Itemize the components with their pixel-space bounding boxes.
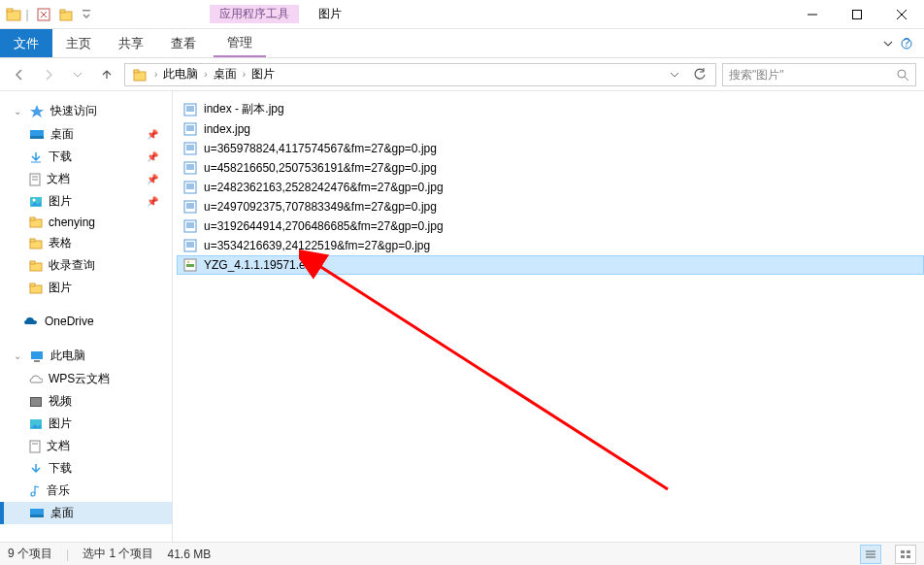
nav-onedrive[interactable]: OneDrive bbox=[0, 311, 172, 332]
chevron-down-icon bbox=[883, 39, 893, 49]
svg-rect-44 bbox=[186, 125, 194, 131]
search-input[interactable] bbox=[729, 68, 890, 82]
nav-this-pc[interactable]: ⌄ 此电脑 bbox=[0, 344, 172, 368]
nav-back-button[interactable] bbox=[8, 63, 31, 86]
nav-item-tables[interactable]: 表格 bbox=[0, 232, 172, 254]
nav-item-pictures3[interactable]: 图片 bbox=[0, 413, 172, 435]
document-icon bbox=[29, 440, 41, 453]
breadcrumb-desktop[interactable]: 桌面 bbox=[210, 66, 241, 83]
chevron-right-icon[interactable]: › bbox=[154, 69, 157, 80]
maximize-button[interactable] bbox=[835, 0, 879, 29]
image-file-icon bbox=[182, 141, 198, 156]
nav-item-desktop2[interactable]: 桌面 bbox=[0, 502, 172, 524]
nav-item-chenying[interactable]: chenying bbox=[0, 213, 172, 232]
file-row[interactable]: u=365978824,4117574567&fm=27&gp=0.jpg bbox=[177, 139, 924, 158]
app-tools-tab[interactable]: 应用程序工具 bbox=[210, 5, 299, 23]
breadcrumb-this-pc[interactable]: 此电脑 bbox=[159, 66, 202, 83]
nav-item-documents2[interactable]: 文档 bbox=[0, 435, 172, 457]
svg-rect-46 bbox=[186, 145, 194, 150]
nav-item-records[interactable]: 收录查询 bbox=[0, 254, 172, 277]
svg-rect-27 bbox=[30, 239, 35, 242]
nav-item-documents[interactable]: 文档📌 bbox=[0, 168, 172, 190]
chevron-right-icon[interactable]: › bbox=[243, 69, 246, 80]
folder-icon bbox=[29, 216, 43, 228]
file-name: u=458216650,2507536191&fm=27&gp=0.jpg bbox=[204, 161, 437, 175]
ribbon-tab-home[interactable]: 主页 bbox=[52, 29, 105, 57]
file-name: u=3534216639,24122519&fm=27&gp=0.jpg bbox=[204, 239, 430, 252]
image-file-icon bbox=[182, 160, 198, 176]
qat-dropdown-icon[interactable] bbox=[80, 4, 93, 25]
address-dropdown-button[interactable] bbox=[663, 63, 686, 86]
file-row[interactable]: index - 副本.jpg bbox=[177, 99, 924, 119]
ribbon-expand[interactable]: ? bbox=[877, 29, 924, 57]
folder-icon bbox=[29, 238, 43, 249]
svg-rect-25 bbox=[30, 217, 35, 220]
icons-view-button[interactable] bbox=[895, 545, 916, 564]
svg-rect-54 bbox=[186, 222, 194, 228]
pictures-icon bbox=[29, 196, 43, 208]
help-icon[interactable]: ? bbox=[901, 38, 912, 50]
svg-rect-64 bbox=[901, 550, 905, 553]
svg-rect-40 bbox=[30, 515, 44, 517]
ribbon-tab-share[interactable]: 共享 bbox=[105, 29, 157, 57]
status-size: 41.6 MB bbox=[167, 548, 211, 561]
video-icon bbox=[29, 396, 43, 408]
ribbon-tab-view[interactable]: 查看 bbox=[157, 29, 210, 57]
svg-rect-37 bbox=[30, 441, 40, 452]
nav-quick-access[interactable]: ⌄ 快速访问 bbox=[0, 99, 172, 123]
file-row[interactable]: u=2497092375,707883349&fm=27&gp=0.jpg bbox=[177, 197, 924, 216]
file-row-selected[interactable]: YZG_4.1.1.19571.exe bbox=[177, 255, 924, 275]
chevron-down-icon[interactable]: ⌄ bbox=[14, 350, 23, 361]
nav-item-pictures[interactable]: 图片📌 bbox=[0, 190, 172, 213]
image-file-icon bbox=[182, 121, 198, 137]
nav-item-downloads2[interactable]: 下载 bbox=[0, 457, 172, 480]
nav-item-music[interactable]: 音乐 bbox=[0, 480, 172, 502]
navigation-pane[interactable]: ⌄ 快速访问 桌面📌 下载📌 文档📌 图片📌 chenying 表格 收录查询 … bbox=[0, 91, 173, 542]
svg-rect-52 bbox=[186, 203, 194, 209]
svg-rect-5 bbox=[82, 10, 90, 12]
ribbon-tab-manage[interactable]: 管理 bbox=[214, 29, 266, 57]
exe-file-icon bbox=[182, 257, 198, 273]
nav-recent-button[interactable] bbox=[66, 63, 89, 86]
new-folder-icon[interactable] bbox=[56, 4, 78, 25]
file-name: index - 副本.jpg bbox=[204, 101, 284, 117]
svg-rect-4 bbox=[60, 10, 65, 13]
pin-icon: 📌 bbox=[147, 174, 158, 184]
breadcrumb[interactable]: › 此电脑 › 桌面 › 图片 bbox=[124, 63, 716, 86]
nav-item-desktop[interactable]: 桌面📌 bbox=[0, 123, 172, 146]
search-box[interactable] bbox=[722, 63, 916, 86]
nav-up-button[interactable] bbox=[95, 63, 118, 86]
nav-item-wps[interactable]: WPS云文档 bbox=[0, 368, 172, 390]
svg-rect-42 bbox=[186, 106, 194, 112]
pin-icon: 📌 bbox=[147, 151, 158, 162]
file-row[interactable]: u=3534216639,24122519&fm=27&gp=0.jpg bbox=[177, 236, 924, 255]
ribbon-tab-file[interactable]: 文件 bbox=[0, 29, 52, 57]
content-area: ⌄ 快速访问 桌面📌 下载📌 文档📌 图片📌 chenying 表格 收录查询 … bbox=[0, 91, 924, 542]
file-row[interactable]: u=458216650,2507536191&fm=27&gp=0.jpg bbox=[177, 158, 924, 178]
minimize-button[interactable] bbox=[790, 0, 835, 29]
qat-separator: | bbox=[23, 4, 31, 25]
details-view-button[interactable] bbox=[860, 545, 881, 564]
this-pc-icon bbox=[29, 349, 45, 363]
svg-rect-29 bbox=[30, 261, 35, 264]
file-row[interactable]: u=3192644914,2706486685&fm=27&gp=0.jpg bbox=[177, 216, 924, 236]
nav-forward-button[interactable] bbox=[37, 63, 60, 86]
desktop-icon bbox=[29, 508, 45, 519]
file-row[interactable]: index.jpg bbox=[177, 119, 924, 139]
status-selected: 选中 1 个项目 bbox=[82, 546, 153, 562]
status-item-count: 9 个项目 bbox=[8, 546, 52, 562]
chevron-down-icon[interactable]: ⌄ bbox=[14, 106, 23, 116]
nav-item-videos[interactable]: 视频 bbox=[0, 390, 172, 413]
image-file-icon bbox=[182, 238, 198, 253]
svg-rect-33 bbox=[34, 360, 40, 362]
nav-item-downloads[interactable]: 下载📌 bbox=[0, 146, 172, 168]
properties-icon[interactable] bbox=[33, 4, 54, 25]
file-row[interactable]: u=2482362163,2528242476&fm=27&gp=0.jpg bbox=[177, 178, 924, 197]
breadcrumb-pictures[interactable]: 图片 bbox=[248, 66, 279, 83]
nav-item-pictures2[interactable]: 图片 bbox=[0, 277, 172, 299]
refresh-button[interactable] bbox=[688, 63, 711, 86]
close-button[interactable] bbox=[879, 0, 924, 29]
file-list[interactable]: index - 副本.jpg index.jpg u=365978824,411… bbox=[173, 91, 924, 542]
file-name: YZG_4.1.1.19571.exe bbox=[204, 258, 317, 272]
chevron-right-icon[interactable]: › bbox=[204, 69, 207, 80]
